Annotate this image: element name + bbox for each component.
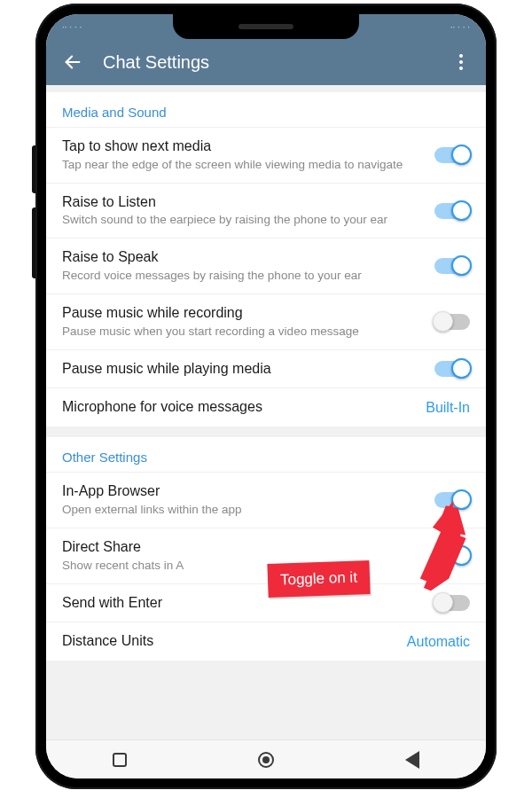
back-arrow-icon[interactable] — [60, 50, 85, 74]
row-pause-music-while-recording[interactable]: Pause music while recording Pause music … — [46, 293, 486, 349]
row-tap-to-show-next-media[interactable]: Tap to show next media Tap near the edge… — [46, 127, 486, 183]
more-options-icon[interactable] — [450, 54, 472, 70]
row-title: Microphone for voice messages — [62, 398, 415, 417]
row-in-app-browser[interactable]: In-App Browser Open external links withi… — [46, 472, 486, 528]
row-send-with-enter[interactable]: Send with Enter — [46, 583, 486, 622]
section-title-other-settings: Other Settings — [46, 437, 486, 472]
row-distance-units[interactable]: Distance Units Automatic — [46, 622, 486, 661]
row-subtitle: Tap near the edge of the screen while vi… — [62, 158, 424, 173]
row-title: Tap to show next media — [62, 137, 424, 156]
row-subtitle: Show recent chats in A — [62, 559, 424, 574]
row-title: Send with Enter — [62, 594, 424, 613]
row-microphone-for-voice-messages[interactable]: Microphone for voice messages Built-In — [46, 387, 486, 426]
row-pause-music-while-playing-media[interactable]: Pause music while playing media — [46, 349, 486, 388]
phone-frame: ·· · · · ·· · · · Chat Settings Media an… — [35, 4, 497, 789]
row-subtitle: Open external links within the app — [62, 503, 424, 518]
row-title: Distance Units — [62, 632, 396, 651]
page-title: Chat Settings — [103, 52, 450, 73]
screen: ·· · · · ·· · · · Chat Settings Media an… — [46, 14, 486, 778]
toggle-in-app-browser[interactable] — [434, 492, 470, 508]
nav-home-icon[interactable] — [256, 750, 276, 770]
settings-content: Media and Sound Tap to show next media T… — [46, 85, 486, 739]
row-subtitle: Pause music when you start recording a v… — [62, 325, 424, 340]
row-raise-to-listen[interactable]: Raise to Listen Switch sound to the earp… — [46, 183, 486, 239]
nav-recent-icon[interactable] — [110, 750, 129, 770]
row-value-distance-units: Automatic — [407, 634, 470, 650]
android-nav-bar — [46, 739, 486, 778]
toggle-tap-to-show-next-media[interactable] — [434, 147, 470, 163]
app-header: Chat Settings — [46, 39, 486, 85]
toggle-pause-music-while-recording[interactable] — [434, 314, 470, 330]
toggle-raise-to-speak[interactable] — [434, 258, 470, 274]
nav-back-icon[interactable] — [403, 750, 422, 770]
section-other-settings: Other Settings In-App Browser Open exter… — [46, 437, 486, 661]
row-title: In-App Browser — [62, 482, 424, 501]
row-title: Pause music while recording — [62, 304, 424, 323]
row-raise-to-speak[interactable]: Raise to Speak Record voice messages by … — [46, 238, 486, 293]
section-media-and-sound: Media and Sound Tap to show next media T… — [46, 92, 486, 426]
row-direct-share[interactable]: Direct Share Show recent chats in A — [46, 528, 486, 583]
section-title-media-and-sound: Media and Sound — [46, 92, 486, 127]
row-title: Raise to Speak — [62, 248, 424, 267]
row-value-microphone: Built-In — [426, 400, 470, 416]
row-title: Raise to Listen — [62, 193, 424, 212]
row-subtitle: Switch sound to the earpiece by raising … — [62, 213, 424, 228]
row-title: Direct Share — [62, 538, 424, 557]
phone-notch — [173, 14, 359, 39]
row-subtitle: Record voice messages by raising the pho… — [62, 269, 424, 284]
toggle-direct-share[interactable] — [434, 548, 470, 564]
row-title: Pause music while playing media — [62, 360, 424, 379]
toggle-send-with-enter[interactable] — [434, 595, 470, 611]
toggle-raise-to-listen[interactable] — [434, 203, 470, 219]
toggle-pause-music-while-playing-media[interactable] — [434, 361, 470, 377]
